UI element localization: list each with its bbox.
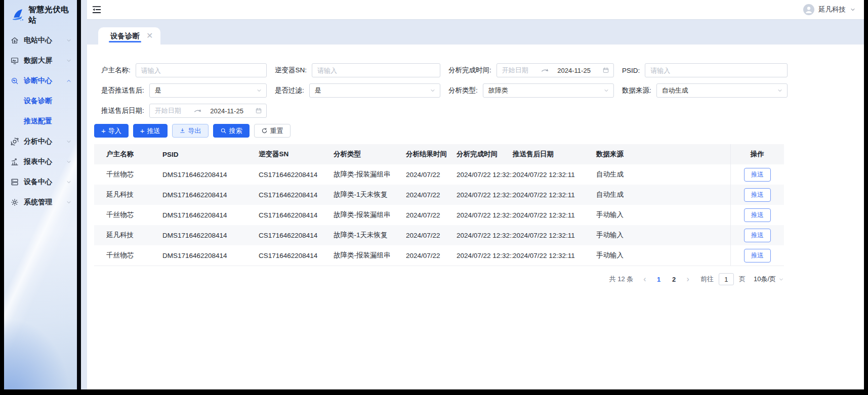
column-header: 分析类型 bbox=[334, 144, 406, 164]
push-button[interactable]: + 推送 bbox=[133, 124, 168, 138]
chevron-down-icon bbox=[66, 179, 72, 185]
goto-page-input[interactable] bbox=[719, 273, 734, 285]
table-cell: 故障类-报装漏组串 bbox=[334, 245, 406, 266]
chevron-down-icon bbox=[66, 58, 72, 64]
analysis-done-time-range-picker[interactable]: 开始日期 2024-11-25 bbox=[497, 63, 614, 77]
chevron-down-icon bbox=[66, 159, 72, 165]
push-after-sales-date-range-picker[interactable]: 开始日期 2024-11-25 bbox=[149, 104, 267, 118]
page-label: 页 bbox=[739, 275, 746, 284]
select-value: 是 bbox=[315, 86, 430, 95]
table-cell: 千丝物芯 bbox=[94, 245, 162, 266]
range-arrow-icon bbox=[541, 67, 549, 73]
reset-label: 重置 bbox=[270, 126, 283, 136]
sidebar-item-data-screen[interactable]: 数据大屏 bbox=[4, 51, 77, 71]
sidebar-item-label: 系统管理 bbox=[24, 198, 52, 207]
table-cell: DMS1716462208414 bbox=[162, 225, 259, 245]
tab-close-icon[interactable]: ✕ bbox=[146, 32, 153, 40]
column-header: 操作 bbox=[730, 144, 784, 164]
push-after-sales-label: 是否推送售后: bbox=[101, 86, 144, 95]
table-cell: 2024/07/22 12:32:11 bbox=[513, 164, 596, 185]
action-cell: 推送 bbox=[730, 205, 784, 225]
search-label: 搜索 bbox=[229, 126, 242, 136]
owner-name-input[interactable] bbox=[136, 63, 267, 77]
content-panel: 户主名称: 逆变器SN: 分析完成时间: 开始日期 bbox=[87, 45, 864, 389]
sidebar-item-label: 数据大屏 bbox=[24, 56, 52, 65]
column-header: 分析完成时间 bbox=[457, 144, 513, 164]
psid-input[interactable] bbox=[645, 63, 788, 77]
page-size-value: 10条/页 bbox=[754, 275, 776, 284]
plus-icon: + bbox=[101, 127, 106, 135]
data-source-select[interactable]: 自动生成 bbox=[656, 83, 788, 98]
sidebar-item-analysis-center[interactable]: 分析中心 bbox=[4, 131, 77, 152]
table-cell: 故障类-报装漏组串 bbox=[334, 164, 406, 185]
table-cell: 2024/07/22 12:32:11 bbox=[457, 245, 513, 266]
row-push-button[interactable]: 推送 bbox=[744, 168, 771, 182]
row-push-button[interactable]: 推送 bbox=[744, 188, 771, 202]
logo: 智慧光伏电站 bbox=[4, 0, 77, 30]
row-push-button[interactable]: 推送 bbox=[744, 249, 771, 262]
range-end-date: 2024-11-25 bbox=[204, 107, 253, 115]
column-header: 户主名称 bbox=[94, 144, 162, 164]
data-source-label: 数据来源: bbox=[622, 86, 651, 95]
next-page-icon[interactable]: › bbox=[686, 275, 690, 283]
calendar-icon bbox=[255, 107, 262, 114]
table-cell: 2024/07/22 12:32:11 bbox=[457, 185, 513, 205]
row-push-button[interactable]: 推送 bbox=[744, 208, 771, 222]
page-number-2[interactable]: 2 bbox=[668, 276, 681, 283]
search-button[interactable]: 搜索 bbox=[213, 124, 250, 138]
inverter-sn-input[interactable] bbox=[312, 63, 440, 77]
system-icon bbox=[10, 198, 19, 207]
prev-page-icon[interactable]: ‹ bbox=[642, 275, 647, 283]
row-push-button[interactable]: 推送 bbox=[744, 229, 771, 242]
table-cell: 自动生成 bbox=[596, 185, 730, 205]
collapse-sidebar-icon[interactable] bbox=[91, 4, 102, 15]
select-value: 自动生成 bbox=[662, 86, 777, 95]
psid-field: PSID: bbox=[622, 63, 788, 77]
tab-device-diagnosis[interactable]: 设备诊断 ✕ bbox=[98, 27, 160, 45]
table-cell: 手动输入 bbox=[596, 225, 730, 245]
sidebar-item-label: 报表中心 bbox=[24, 157, 52, 166]
sidebar-item-system-management[interactable]: 系统管理 bbox=[4, 192, 77, 212]
reset-button[interactable]: 重置 bbox=[254, 124, 291, 138]
filter-form: 户主名称: 逆变器SN: 分析完成时间: 开始日期 bbox=[94, 63, 864, 118]
sidebar-item-device-center[interactable]: 设备中心 bbox=[4, 172, 77, 192]
sidebar-item-label: 诊断中心 bbox=[24, 76, 52, 85]
range-start-placeholder: 开始日期 bbox=[502, 66, 540, 75]
topbar: 延凡科技 bbox=[87, 0, 864, 19]
page-number-1[interactable]: 1 bbox=[652, 276, 666, 283]
chevron-down-icon bbox=[66, 199, 72, 205]
push-after-sales-field: 是否推送售后: 是 bbox=[101, 83, 267, 98]
user-name: 延凡科技 bbox=[818, 5, 846, 14]
table-cell: CS1716462208414 bbox=[259, 164, 334, 185]
report-icon bbox=[10, 157, 19, 166]
sidebar-item-station-center[interactable]: 电站中心 bbox=[4, 30, 77, 51]
app-frame: 智慧光伏电站 电站中心数据大屏诊断中心设备诊断推送配置分析中心报表中心设备中心系… bbox=[4, 0, 864, 389]
sidebar-item-diagnosis-center[interactable]: 诊断中心 bbox=[4, 71, 77, 91]
push-label: 推送 bbox=[147, 126, 160, 136]
select-value: 故障类 bbox=[488, 86, 603, 95]
user-menu[interactable]: 延凡科技 bbox=[803, 4, 856, 15]
table-cell: 2024/07/22 12:32:11 bbox=[457, 164, 513, 185]
inverter-sn-field: 逆变器SN: bbox=[275, 63, 440, 77]
sidebar-subitem-push-config[interactable]: 推送配置 bbox=[4, 111, 77, 131]
table-cell: 2024/07/22 bbox=[406, 205, 457, 225]
push-after-sales-select[interactable]: 是 bbox=[149, 83, 267, 98]
is-filtered-field: 是否过滤: 是 bbox=[275, 83, 440, 98]
table-cell: 手动输入 bbox=[596, 245, 730, 266]
sidebar-subitem-device-diagnosis[interactable]: 设备诊断 bbox=[4, 91, 77, 111]
push-after-sales-date-field: 推送售后日期: 开始日期 2024-11-25 bbox=[101, 104, 267, 118]
download-icon bbox=[179, 127, 186, 134]
push-after-sales-date-label: 推送售后日期: bbox=[101, 106, 144, 115]
sidebar: 智慧光伏电站 电站中心数据大屏诊断中心设备诊断推送配置分析中心报表中心设备中心系… bbox=[4, 0, 81, 389]
table-cell: 2024/07/22 12:32:11 bbox=[513, 225, 596, 245]
toolbar: + 导入 + 推送 导出 搜索 bbox=[94, 124, 864, 138]
import-button[interactable]: + 导入 bbox=[94, 124, 129, 138]
page-size-select[interactable]: 10条/页 bbox=[754, 275, 784, 284]
chevron-up-icon bbox=[66, 78, 72, 84]
is-filtered-select[interactable]: 是 bbox=[309, 83, 440, 98]
analysis-type-select[interactable]: 故障类 bbox=[483, 83, 614, 98]
table-cell: 故障类-1天未恢复 bbox=[334, 185, 406, 205]
sidebar-item-report-center[interactable]: 报表中心 bbox=[4, 152, 77, 172]
table-cell: 2024/07/22 bbox=[406, 245, 457, 266]
export-button[interactable]: 导出 bbox=[172, 124, 209, 138]
